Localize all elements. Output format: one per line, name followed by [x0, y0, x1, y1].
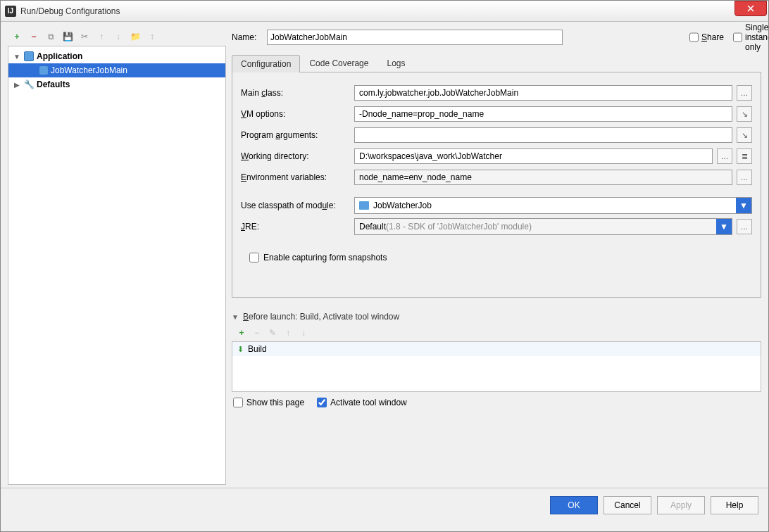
task-label: Build: [248, 344, 267, 354]
share-checkbox[interactable]: Share: [689, 32, 718, 42]
share-checkbox-box[interactable]: [689, 32, 699, 42]
apply-button[interactable]: Apply: [657, 496, 705, 514]
ok-button[interactable]: OK: [550, 496, 598, 514]
activate-tool-window-box[interactable]: [317, 398, 327, 407]
build-icon: ⬇: [235, 344, 245, 354]
edit-defaults-button[interactable]: ✂: [78, 30, 91, 43]
add-task-button[interactable]: +: [236, 327, 247, 338]
working-dir-input[interactable]: [354, 148, 713, 164]
single-instance-checkbox[interactable]: Single instance only: [733, 23, 761, 52]
browse-jre-button[interactable]: …: [737, 219, 752, 234]
classpath-select[interactable]: JobWatcherJob ▼: [354, 197, 752, 214]
show-this-page-checkbox[interactable]: Show this page: [233, 398, 304, 407]
working-dir-list-button[interactable]: ≣: [737, 148, 752, 164]
vm-options-input[interactable]: [354, 106, 732, 122]
classpath-value: JobWatcherJob: [373, 201, 432, 210]
application-icon: [24, 51, 34, 61]
config-toolbar: + − ⧉ 💾 ✂ ↑ ↓ 📁 ↕: [8, 27, 226, 46]
move-up-button[interactable]: ↑: [95, 30, 108, 43]
move-down-button[interactable]: ↓: [112, 30, 125, 43]
dialog-footer: OK Cancel Apply Help: [1, 488, 768, 521]
expand-program-args-button[interactable]: ↘: [737, 127, 752, 143]
tab-configuration[interactable]: Configuration: [232, 55, 300, 72]
before-launch-header[interactable]: ▼ Before launch: Build, Activate tool wi…: [232, 312, 761, 322]
app-icon: IJ: [5, 6, 16, 17]
main-class-input[interactable]: [354, 85, 732, 101]
add-config-button[interactable]: +: [11, 30, 23, 43]
tab-code-coverage[interactable]: Code Coverage: [300, 54, 377, 72]
env-vars-input[interactable]: [354, 170, 732, 185]
before-launch-toolbar: + − ✎ ↑ ↓: [232, 326, 761, 341]
jre-select[interactable]: Default (1.8 - SDK of 'JobWatcherJob' mo…: [354, 218, 732, 235]
jre-value: Default: [359, 222, 386, 232]
activate-tool-window-label: Activate tool window: [330, 398, 407, 407]
name-input[interactable]: [267, 30, 563, 45]
single-instance-box[interactable]: [733, 32, 742, 42]
cancel-button[interactable]: Cancel: [604, 496, 651, 514]
single-instance-label: Single instance only: [745, 23, 769, 52]
tabs: Configuration Code Coverage Logs: [232, 54, 761, 72]
edit-task-button[interactable]: ✎: [267, 327, 278, 338]
task-up-button[interactable]: ↑: [282, 327, 294, 338]
configuration-panel: Main class: … VM options: ↘ Program argu…: [232, 72, 761, 298]
tree-node-defaults[interactable]: ▶ 🔧 Defaults: [8, 77, 225, 91]
browse-working-dir-button[interactable]: …: [717, 148, 732, 164]
snapshots-checkbox[interactable]: Enable capturing form snapshots: [249, 253, 387, 262]
sort-button[interactable]: ↕: [146, 30, 158, 43]
before-launch-title: efore launch: Build, Activate tool windo…: [249, 312, 399, 322]
name-label: Name:: [232, 32, 260, 42]
classpath-label: Use classpath of module:: [241, 201, 350, 210]
chevron-down-icon: ▼: [716, 219, 732, 234]
copy-config-button[interactable]: ⧉: [44, 30, 57, 43]
titlebar: IJ Run/Debug Configurations: [1, 1, 768, 22]
module-icon: [359, 201, 369, 210]
vm-options-label: VM options:: [241, 109, 350, 119]
remove-config-button[interactable]: −: [27, 30, 40, 43]
collapse-icon: ▼: [232, 313, 240, 321]
wrench-icon: 🔧: [24, 80, 34, 89]
show-this-page-box[interactable]: [233, 398, 243, 407]
expand-vm-options-button[interactable]: ↘: [737, 106, 752, 122]
tree-label: Defaults: [37, 80, 70, 89]
env-vars-label: Environment variables:: [241, 172, 350, 182]
expand-icon: ▶: [13, 81, 21, 89]
before-launch-list[interactable]: ⬇ Build: [232, 341, 761, 392]
run-config-icon: [39, 66, 48, 75]
snapshots-label: Enable capturing form snapshots: [263, 253, 387, 262]
jre-hint: (1.8 - SDK of 'JobWatcherJob' module): [386, 222, 532, 232]
tree-node-selected-config[interactable]: JobWatcherJobMain: [8, 63, 225, 77]
folder-button[interactable]: 📁: [129, 30, 142, 43]
close-button[interactable]: [734, 1, 767, 16]
program-args-input[interactable]: [354, 127, 732, 143]
jre-label: JRE:: [241, 222, 350, 232]
working-dir-label: Working directory:: [241, 151, 350, 161]
remove-task-button[interactable]: −: [251, 327, 263, 338]
collapse-icon: ▼: [13, 53, 21, 61]
save-config-button[interactable]: 💾: [61, 30, 74, 43]
tree-label: Application: [37, 51, 82, 61]
chevron-down-icon: ▼: [736, 198, 751, 213]
show-this-page-label: Show this page: [246, 398, 304, 407]
browse-env-vars-button[interactable]: …: [737, 170, 752, 185]
tree-node-application[interactable]: ▼ Application: [8, 49, 225, 63]
close-icon: [746, 4, 755, 13]
help-button[interactable]: Help: [711, 496, 758, 514]
share-label: hare: [707, 32, 724, 42]
tab-logs[interactable]: Logs: [377, 54, 414, 72]
window-title: Run/Debug Configurations: [20, 6, 734, 16]
config-tree[interactable]: ▼ Application JobWatcherJobMain ▶ 🔧 Defa…: [8, 46, 226, 485]
main-class-label: Main class:: [241, 88, 350, 98]
task-down-button[interactable]: ↓: [298, 327, 309, 338]
browse-main-class-button[interactable]: …: [737, 85, 752, 101]
list-item[interactable]: ⬇ Build: [232, 342, 761, 356]
activate-tool-window-checkbox[interactable]: Activate tool window: [317, 398, 407, 407]
snapshots-box[interactable]: [249, 253, 259, 262]
program-args-label: Program arguments:: [241, 130, 350, 140]
tree-label: JobWatcherJobMain: [51, 65, 127, 75]
